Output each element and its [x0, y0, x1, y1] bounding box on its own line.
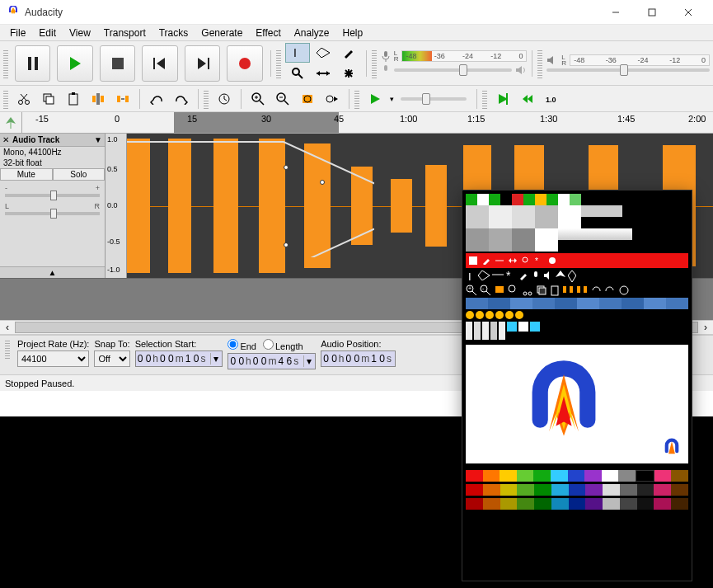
toolbar-grip[interactable]: [204, 89, 209, 109]
envelope-point[interactable]: [284, 242, 288, 247]
close-button[interactable]: [670, 0, 706, 25]
snap-to-select[interactable]: Off: [94, 350, 129, 367]
toolbar-grip[interactable]: [3, 49, 8, 78]
amplitude-scale: 1.0 0.5 0.0 -0.5 -1.0: [106, 134, 127, 278]
stop-button[interactable]: [100, 45, 135, 82]
separator: [532, 50, 532, 77]
play-cut-preview-button[interactable]: 1.0: [541, 88, 564, 110]
svg-rect-24: [384, 51, 387, 57]
svg-marker-75: [478, 270, 490, 280]
track-menu-arrow[interactable]: ▼: [92, 135, 102, 144]
scroll-right-arrow[interactable]: ›: [698, 322, 713, 333]
project-rate-select[interactable]: 44100: [17, 350, 89, 367]
svg-point-99: [620, 286, 628, 294]
track-close-button[interactable]: ✕: [2, 135, 12, 144]
svg-text:-: -: [482, 285, 485, 291]
menu-generate[interactable]: Generate: [195, 26, 249, 40]
toolbar-grip[interactable]: [372, 49, 377, 78]
fit-selection-button[interactable]: [296, 88, 319, 110]
track-gain-slider[interactable]: [5, 194, 100, 197]
cut-button[interactable]: [12, 88, 35, 110]
track-control-panel: ✕ Audio Track ▼ Mono, 44100Hz 32-bit flo…: [0, 134, 106, 278]
timeline-ruler[interactable]: -15 0 15 30 45 1:00 1:15 1:30 1:45 2:00: [0, 112, 713, 134]
scroll-left-arrow[interactable]: ‹: [0, 322, 15, 333]
fit-project-button[interactable]: [321, 88, 344, 110]
envelope-point[interactable]: [284, 165, 288, 170]
audio-position-time[interactable]: 0 0h0 0m1 0s: [321, 350, 396, 367]
track-name-dropdown[interactable]: Audio Track: [12, 135, 92, 144]
toolbar-grip[interactable]: [276, 49, 281, 78]
multi-tool[interactable]: [336, 64, 361, 83]
selection-end-time[interactable]: 0 0h0 0m4 6s▾: [228, 353, 316, 369]
redo-button[interactable]: [170, 88, 193, 110]
svg-rect-8: [153, 58, 155, 69]
paste-button[interactable]: [62, 88, 85, 110]
track-solo-button[interactable]: Solo: [53, 168, 106, 181]
toolbar-grip[interactable]: [3, 89, 8, 109]
length-radio[interactable]: Length: [263, 339, 303, 351]
menu-effect[interactable]: Effect: [249, 26, 287, 40]
copy-button[interactable]: [37, 88, 60, 110]
svg-rect-88: [495, 286, 504, 293]
play-speed-slider[interactable]: [401, 97, 467, 101]
menu-edit[interactable]: Edit: [32, 26, 63, 40]
play-region-button[interactable]: [491, 88, 514, 110]
play-meter[interactable]: LR -48-36-24-120: [546, 54, 710, 66]
svg-rect-66: [469, 256, 477, 265]
menu-transport[interactable]: Transport: [97, 26, 152, 40]
svg-line-53: [284, 101, 288, 105]
record-meter[interactable]: LR -48-36-24-120: [381, 50, 528, 62]
speaker-icon: [546, 55, 558, 65]
zoom-out-button[interactable]: [271, 88, 294, 110]
toolbar-grip[interactable]: [482, 89, 487, 109]
app-icon: [7, 6, 20, 19]
trim-button[interactable]: [87, 88, 110, 110]
envelope-tool[interactable]: [311, 43, 335, 63]
svg-marker-62: [528, 95, 532, 103]
record-button[interactable]: [227, 45, 262, 82]
menu-tracks[interactable]: Tracks: [152, 26, 195, 40]
pause-button[interactable]: [15, 45, 50, 82]
selection-start-time[interactable]: 0 0h0 0m1 0s▾: [135, 350, 223, 367]
record-volume[interactable]: [381, 64, 528, 76]
svg-rect-5: [35, 57, 38, 70]
titlebar: Audacity: [0, 0, 713, 25]
toolbar-grip[interactable]: [537, 49, 542, 78]
end-radio[interactable]: End: [228, 339, 256, 351]
play-volume[interactable]: [546, 68, 710, 72]
svg-line-32: [21, 94, 26, 101]
minimize-button[interactable]: [598, 0, 634, 25]
selection-band: [174, 112, 339, 133]
menu-file[interactable]: File: [3, 26, 32, 40]
play-button[interactable]: [57, 45, 92, 82]
menu-help[interactable]: Help: [336, 26, 370, 40]
timeshift-tool[interactable]: [311, 64, 335, 83]
skip-start-button[interactable]: [142, 45, 177, 82]
skip-end-button[interactable]: [185, 45, 220, 82]
envelope-point[interactable]: [320, 180, 325, 185]
zoom-tool[interactable]: [285, 64, 310, 83]
play-at-speed-button[interactable]: [364, 88, 387, 110]
audio-position-label: Audio Position:: [321, 339, 396, 349]
menu-analyze[interactable]: Analyze: [288, 26, 336, 40]
track-mute-button[interactable]: Mute: [0, 168, 53, 181]
silence-button[interactable]: [111, 88, 134, 110]
menu-view[interactable]: View: [63, 26, 97, 40]
svg-marker-9: [157, 58, 165, 69]
svg-text:*: *: [506, 270, 511, 280]
svg-marker-10: [198, 58, 206, 69]
draw-tool[interactable]: [336, 43, 361, 63]
svg-marker-80: [556, 270, 565, 277]
track-pan-slider[interactable]: [5, 212, 100, 215]
loop-play-button[interactable]: [516, 88, 539, 110]
undo-button[interactable]: [145, 88, 168, 110]
toolbar-grip[interactable]: [354, 89, 359, 109]
tools-grid: I: [285, 43, 361, 83]
pin-icon[interactable]: [2, 114, 20, 132]
track-collapse-button[interactable]: ▲: [0, 266, 105, 278]
sync-lock-button[interactable]: [213, 88, 236, 110]
zoom-in-button[interactable]: [246, 88, 270, 110]
maximize-button[interactable]: [634, 0, 670, 25]
toolbar-grip[interactable]: [5, 339, 10, 359]
selection-tool[interactable]: I: [285, 43, 310, 63]
